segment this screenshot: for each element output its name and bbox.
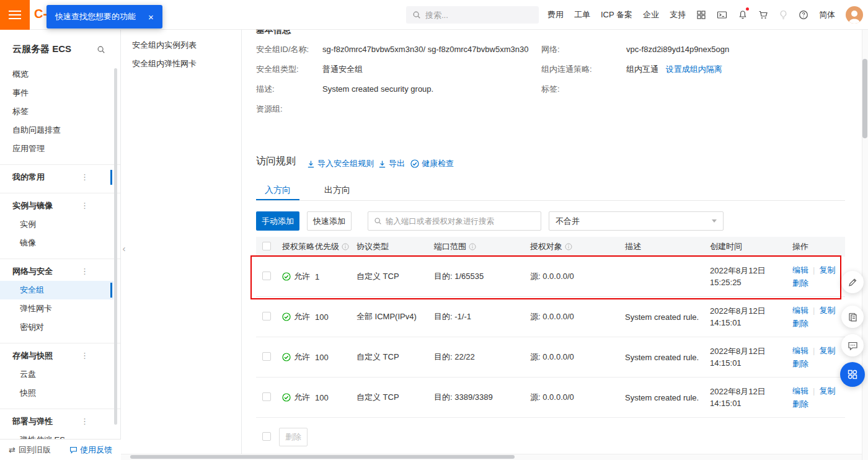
- sidebar-search-icon[interactable]: [97, 45, 105, 56]
- sidebar-item-snapshots[interactable]: 快照: [0, 384, 113, 402]
- delete-link[interactable]: 删除: [792, 278, 808, 288]
- tab-outbound[interactable]: 出方向: [316, 180, 359, 200]
- delete-link[interactable]: 删除: [792, 399, 808, 409]
- sidebar-scrollbar-thumb[interactable]: [114, 68, 117, 425]
- import-rules-link[interactable]: 导入安全组规则: [307, 158, 374, 169]
- column-header-actions: 操作: [792, 241, 845, 252]
- panel-collapse-button[interactable]: ‹: [119, 237, 129, 259]
- sidebar-item-disks[interactable]: 云盘: [0, 365, 113, 384]
- subnav-item-instances-in-group[interactable]: 安全组内实例列表: [121, 36, 241, 55]
- rule-search-input[interactable]: [386, 217, 528, 226]
- more-icon[interactable]: ⋮: [81, 197, 89, 215]
- cart-icon[interactable]: [758, 10, 768, 20]
- edit-link[interactable]: 编辑: [792, 265, 808, 275]
- documentation-button[interactable]: [841, 306, 864, 328]
- divider: [0, 259, 120, 259]
- survey-chat-button[interactable]: [841, 334, 864, 356]
- select-all-checkbox[interactable]: [262, 242, 271, 250]
- sidebar-item-events[interactable]: 事件: [0, 84, 113, 102]
- sidebar-group-storage-snapshots[interactable]: 存储与快照 ⋮: [0, 347, 113, 365]
- policy-cell: 允许: [282, 271, 315, 282]
- copy-link[interactable]: 复制: [819, 265, 835, 275]
- sidebar-item-app-management[interactable]: 应用管理: [0, 139, 113, 158]
- health-check-link[interactable]: 健康检查: [410, 158, 454, 169]
- back-to-old-version-link[interactable]: ⇄ 回到旧版: [9, 445, 51, 456]
- edit-link[interactable]: 编辑: [792, 306, 808, 315]
- close-icon[interactable]: ×: [148, 12, 154, 22]
- actions-cell: 编辑|复制 删除: [792, 263, 845, 290]
- feedback-link[interactable]: 使用反馈: [69, 445, 112, 456]
- widget-expand-button[interactable]: [840, 362, 865, 387]
- sidebar-item-key-pairs[interactable]: 密钥对: [0, 318, 113, 337]
- copy-link[interactable]: 复制: [819, 386, 835, 396]
- copy-link[interactable]: 复制: [819, 306, 835, 315]
- language-selector[interactable]: 简体: [819, 9, 835, 20]
- batch-delete-button[interactable]: 删除: [279, 428, 308, 446]
- info-icon[interactable]: [342, 243, 349, 250]
- row-checkbox[interactable]: [262, 272, 271, 280]
- sidebar-item-instances[interactable]: 实例: [0, 215, 113, 234]
- export-link[interactable]: 导出: [378, 158, 405, 169]
- app-grid-icon[interactable]: [696, 10, 706, 20]
- page-scrollbar-thumb[interactable]: [862, 59, 867, 138]
- sidebar-group-favorites[interactable]: 我的常用 ⋮: [0, 168, 113, 187]
- sidebar-item-images[interactable]: 镜像: [0, 234, 113, 252]
- sidebar-item-self-troubleshoot[interactable]: 自助问题排查: [0, 121, 113, 139]
- manual-add-button[interactable]: 手动添加: [256, 211, 299, 231]
- edit-link[interactable]: 编辑: [792, 386, 808, 396]
- nav-tickets[interactable]: 工单: [574, 9, 590, 20]
- nav-enterprise[interactable]: 企业: [643, 9, 659, 20]
- table-header-row: 授权策略 优先级 协议类型 端口范围 授权对象 描述 创建时间 操作: [256, 237, 845, 257]
- subnav-item-enis-in-group[interactable]: 安全组内弹性网卡: [121, 55, 241, 73]
- divider: [0, 409, 120, 409]
- cloud-shell-icon[interactable]: [717, 10, 727, 20]
- row-checkbox[interactable]: [262, 352, 271, 361]
- edit-link[interactable]: 编辑: [792, 346, 808, 355]
- user-avatar[interactable]: [846, 6, 863, 24]
- alibaba-cloud-logo[interactable]: C-: [34, 7, 47, 21]
- field-label-intra-policy: 组内连通策略:: [541, 63, 592, 76]
- set-isolation-link[interactable]: 设置成组内隔离: [666, 64, 722, 74]
- delete-link[interactable]: 删除: [792, 359, 808, 368]
- nav-support[interactable]: 支持: [670, 9, 686, 20]
- hamburger-menu-icon[interactable]: [0, 0, 30, 30]
- info-icon[interactable]: [469, 243, 476, 250]
- more-icon[interactable]: ⋮: [81, 168, 89, 187]
- feedback-edit-button[interactable]: [841, 271, 864, 293]
- protocol-cell: 全部 ICMP(IPv4): [356, 311, 434, 322]
- notifications-bell-icon[interactable]: [738, 10, 748, 20]
- actions-cell: 编辑|复制 删除: [792, 344, 845, 370]
- sidebar-group-deployment-elasticity[interactable]: 部署与弹性 ⋮: [0, 412, 113, 431]
- sidebar-item-tags[interactable]: 标签: [0, 102, 113, 121]
- lightbulb-icon[interactable]: [779, 10, 788, 20]
- field-label-description: 描述:: [256, 83, 275, 95]
- more-icon[interactable]: ⋮: [81, 262, 89, 281]
- nav-billing[interactable]: 费用: [547, 9, 564, 20]
- help-icon[interactable]: [799, 10, 808, 20]
- sidebar-item-security-groups[interactable]: 安全组: [0, 281, 113, 299]
- sidebar-title: 云服务器 ECS: [0, 30, 120, 65]
- batch-checkbox[interactable]: [262, 432, 271, 441]
- sidebar-item-overview[interactable]: 概览: [0, 65, 113, 84]
- row-checkbox[interactable]: [262, 312, 271, 321]
- horizontal-scrollbar-thumb[interactable]: [130, 455, 515, 459]
- column-header-authorization-object: 授权对象: [530, 241, 625, 252]
- merge-select[interactable]: 不合并: [549, 211, 724, 231]
- sidebar-item-enis[interactable]: 弹性网卡: [0, 299, 113, 318]
- copy-link[interactable]: 复制: [819, 346, 835, 355]
- actions-cell: 编辑|复制 删除: [792, 384, 845, 410]
- nav-icp[interactable]: ICP 备案: [601, 9, 632, 20]
- more-icon[interactable]: ⋮: [81, 347, 89, 365]
- row-checkbox[interactable]: [262, 392, 271, 401]
- info-icon[interactable]: [565, 243, 572, 250]
- global-search-input[interactable]: [425, 11, 525, 20]
- tab-inbound[interactable]: 入方向: [256, 180, 299, 200]
- more-icon[interactable]: ⋮: [81, 412, 89, 431]
- quick-add-button[interactable]: 快速添加: [307, 211, 352, 231]
- sidebar-group-instances-images[interactable]: 实例与镜像 ⋮: [0, 197, 113, 215]
- delete-link[interactable]: 删除: [792, 319, 808, 328]
- port-range-cell: 目的: 3389/3389: [434, 392, 530, 403]
- sidebar-footer: ⇄ 回到旧版 使用反馈: [0, 439, 121, 460]
- search-icon: [412, 11, 421, 19]
- sidebar-group-network-security[interactable]: 网络与安全 ⋮: [0, 262, 113, 281]
